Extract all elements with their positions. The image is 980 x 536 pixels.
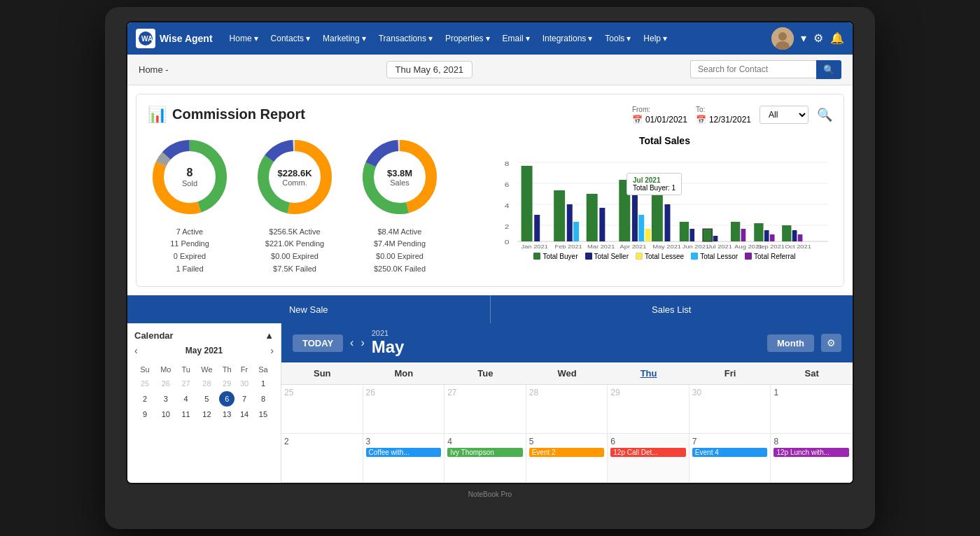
commission-search-button[interactable]: 🔍: [817, 107, 832, 122]
chevron-down-icon[interactable]: ▾: [801, 31, 806, 45]
mini-cal-cell[interactable]: 1: [254, 377, 272, 390]
mini-cal-cell[interactable]: 7: [236, 391, 253, 407]
mini-cal-cell[interactable]: 5: [196, 391, 218, 407]
svg-rect-29: [534, 215, 540, 241]
cal-cell[interactable]: 6 12p Call Det...: [608, 434, 690, 483]
to-date-value[interactable]: 12/31/2021: [709, 115, 751, 125]
cal-cell[interactable]: 25: [281, 385, 363, 434]
sales-list-button[interactable]: Sales List: [491, 295, 853, 323]
svg-rect-36: [632, 194, 638, 241]
new-sale-button[interactable]: New Sale: [127, 295, 490, 323]
svg-rect-40: [665, 204, 671, 241]
nav-marketing[interactable]: Marketing ▾: [317, 29, 372, 48]
cal-cell[interactable]: 8 12p Lunch with...: [771, 434, 853, 483]
mini-cal-cell[interactable]: 13: [219, 408, 234, 421]
mini-cal-cell[interactable]: 2: [136, 391, 154, 407]
cal-prev-button[interactable]: ‹: [350, 337, 354, 349]
mini-cal-cell[interactable]: 10: [155, 408, 176, 421]
mini-cal-cell[interactable]: 3: [155, 391, 176, 407]
svg-rect-30: [554, 190, 565, 241]
mini-cal-cell[interactable]: 29: [219, 377, 234, 390]
sold-donut: 8 Sold 7 Active 11 Pending 0 Expired 1 F…: [148, 135, 232, 275]
mini-cal-cell[interactable]: 28: [196, 377, 218, 390]
cal-cell[interactable]: 28: [526, 385, 608, 434]
svg-point-3: [778, 32, 787, 41]
legend-seller: Total Seller: [585, 253, 629, 260]
svg-rect-44: [713, 236, 718, 241]
nav-contacts[interactable]: Contacts ▾: [265, 29, 316, 48]
notification-icon[interactable]: 🔔: [830, 31, 844, 45]
today-button[interactable]: TODAY: [293, 334, 343, 352]
mini-cal-cell[interactable]: 8: [254, 391, 272, 407]
mini-cal-cell[interactable]: 25: [136, 377, 154, 390]
subheader: Home - Thu May 6, 2021 🔍: [127, 55, 853, 85]
nav-integrations[interactable]: Integrations ▾: [537, 29, 598, 48]
cal-settings-button[interactable]: ⚙: [821, 334, 841, 352]
event-chip[interactable]: Ivy Thompson: [447, 448, 523, 457]
cal-cell[interactable]: 30: [690, 385, 771, 434]
nav-tools[interactable]: Tools ▾: [599, 29, 636, 48]
settings-icon[interactable]: ⚙: [813, 31, 823, 45]
cal-cell[interactable]: 27: [444, 385, 526, 434]
cal-cell[interactable]: 7 Event 4: [690, 434, 771, 483]
nav-properties[interactable]: Properties ▾: [440, 29, 496, 48]
legend-lessor: Total Lessor: [691, 253, 738, 260]
svg-text:Apr 2021: Apr 2021: [620, 244, 647, 250]
mini-cal-cell[interactable]: 15: [254, 408, 272, 421]
sales-donut: $3.8M Sales $8.4M Active $7.4M Pending $…: [358, 135, 442, 275]
event-chip[interactable]: Coffee with...: [366, 448, 442, 457]
chart-legend: Total Buyer Total Seller Total Lessee: [497, 253, 832, 260]
calendar-icon: 📅: [632, 115, 643, 125]
cal-cell[interactable]: 4 Ivy Thompson: [444, 434, 526, 483]
mini-cal-cell[interactable]: 9: [136, 408, 154, 421]
mini-cal-next[interactable]: ›: [270, 345, 274, 356]
sold-stats: 7 Active 11 Pending 0 Expired 1 Failed: [170, 226, 209, 275]
mini-cal-prev[interactable]: ‹: [134, 345, 138, 356]
collapse-icon[interactable]: ▲: [265, 330, 274, 341]
mini-cal-cell[interactable]: 4: [178, 391, 195, 407]
cal-cell[interactable]: 26: [363, 385, 445, 434]
bar-chart-title: Total Sales: [497, 135, 832, 146]
nav-logo[interactable]: WA Wise Agent: [136, 29, 213, 48]
svg-text:Jan 2021: Jan 2021: [522, 244, 549, 250]
mini-cal-today[interactable]: 6: [219, 391, 234, 407]
logo-icon: WA: [136, 29, 155, 48]
cal-cell[interactable]: 29: [608, 385, 690, 434]
svg-rect-49: [770, 234, 775, 241]
bar-chart: Jul 2021 Total Buyer: 1 8 6 4 2 0: [497, 152, 832, 250]
nav-transactions[interactable]: Transactions ▾: [373, 29, 438, 48]
mini-cal-cell[interactable]: 30: [236, 377, 253, 390]
from-label: From:: [632, 106, 687, 113]
cal-next-button[interactable]: ›: [360, 337, 364, 349]
mini-cal-cell[interactable]: 26: [155, 377, 176, 390]
search-button[interactable]: 🔍: [816, 60, 841, 79]
from-date-value[interactable]: 01/01/2021: [645, 115, 687, 125]
svg-text:8: 8: [505, 160, 510, 167]
event-chip[interactable]: 12p Call Det...: [610, 448, 686, 457]
month-view-button[interactable]: Month: [767, 334, 814, 352]
mini-cal-cell[interactable]: 27: [178, 377, 195, 390]
mini-cal-cell[interactable]: 11: [178, 408, 195, 421]
cal-cell[interactable]: 2: [281, 434, 363, 483]
nav-home[interactable]: Home ▾: [224, 29, 264, 48]
laptop-screen: WA Wise Agent Home ▾ Contacts ▾ Marketin…: [126, 21, 854, 484]
nav-help[interactable]: Help ▾: [638, 29, 673, 48]
event-chip[interactable]: Event 2: [529, 448, 605, 457]
search-input[interactable]: [690, 60, 816, 78]
mini-cal-cell[interactable]: 14: [236, 408, 253, 421]
svg-rect-28: [522, 166, 533, 241]
cal-cell[interactable]: 3 Coffee with...: [363, 434, 445, 483]
svg-rect-33: [587, 194, 598, 241]
bottom-section: Calendar ▲ ‹ May 2021 › Su Mo Tu: [127, 323, 853, 483]
navbar: WA Wise Agent Home ▾ Contacts ▾ Marketin…: [127, 22, 853, 55]
event-chip[interactable]: 12p Lunch with...: [774, 448, 849, 457]
avatar[interactable]: [771, 27, 794, 50]
mini-cal-cell[interactable]: 12: [196, 408, 218, 421]
event-chip[interactable]: Event 4: [692, 448, 768, 457]
filter-select[interactable]: All Buyer Seller: [760, 106, 808, 124]
chart-tooltip: Jul 2021 Total Buyer: 1: [626, 173, 682, 195]
cal-cell[interactable]: 1: [771, 385, 853, 434]
cal-cell[interactable]: 5 Event 2: [526, 434, 608, 483]
commission-section: 📊 Commission Report From: 📅 01/01/2021: [136, 94, 844, 287]
nav-email[interactable]: Email ▾: [497, 29, 536, 48]
